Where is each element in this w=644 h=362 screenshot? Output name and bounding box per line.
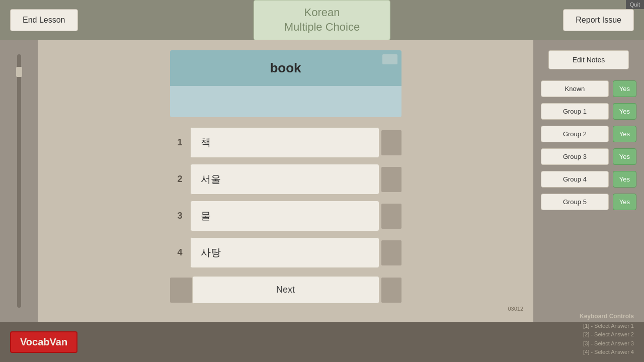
- group4-yes-button[interactable]: Yes: [613, 171, 636, 188]
- answer-number-4: 4: [170, 247, 190, 258]
- group2-label-button[interactable]: Group 2: [541, 126, 609, 142]
- answer-number-2: 2: [170, 174, 190, 185]
- keyboard-control-2: [2] - Select Answer 2: [580, 330, 634, 339]
- group4-label-button[interactable]: Group 4: [541, 171, 609, 188]
- word-card-collapse-button[interactable]: [382, 54, 397, 64]
- center-content: book 1 책 2 서울 3 물 4 사탕: [38, 40, 533, 322]
- word-card: book: [170, 50, 401, 117]
- vocabvan-logo[interactable]: VocabVan: [10, 331, 77, 353]
- group2-yes-button[interactable]: Yes: [613, 126, 636, 142]
- answer-side-2: [381, 167, 401, 192]
- keyboard-control-4: [4] - Select Answer 4: [580, 348, 634, 357]
- left-sidebar: [0, 40, 38, 322]
- main-content: book 1 책 2 서울 3 물 4 사탕: [0, 40, 644, 322]
- bottom-bar: VocabVan Keyboard Controls [1] - Select …: [0, 322, 644, 362]
- group3-label-button[interactable]: Group 3: [541, 148, 609, 165]
- answer-number-3: 3: [170, 211, 190, 221]
- group1-yes-button[interactable]: Yes: [613, 103, 636, 120]
- group1-label-button[interactable]: Group 1: [541, 103, 609, 120]
- answer-number-1: 1: [170, 137, 190, 148]
- answer-option-2: 2 서울: [170, 164, 401, 195]
- group1-row: Group 1 Yes: [541, 103, 636, 120]
- progress-indicator: [16, 67, 22, 77]
- title-container: Korean Multiple Choice: [254, 0, 390, 40]
- known-yes-button[interactable]: Yes: [613, 80, 636, 97]
- progress-bar: [17, 54, 21, 308]
- group5-row: Group 5 Yes: [541, 194, 636, 210]
- known-label-button[interactable]: Known: [541, 80, 609, 97]
- answer-option-3: 3 물: [170, 201, 401, 231]
- answer-side-3: [381, 204, 401, 229]
- right-sidebar: Edit Notes Known Yes Group 1 Yes Group 2…: [533, 40, 644, 322]
- answer-option-1: 1 책: [170, 127, 401, 158]
- keyboard-controls-title: Keyboard Controls: [580, 312, 634, 321]
- group5-label-button[interactable]: Group 5: [541, 194, 609, 210]
- quit-button[interactable]: Quit: [626, 0, 644, 9]
- group2-row: Group 2 Yes: [541, 126, 636, 142]
- group3-yes-button[interactable]: Yes: [613, 148, 636, 165]
- keyboard-controls: Keyboard Controls [1] - Select Answer 1 …: [580, 312, 634, 357]
- next-btn-right-spacer: [381, 278, 401, 303]
- word-card-body: [170, 86, 401, 117]
- edit-notes-button[interactable]: Edit Notes: [548, 50, 629, 69]
- end-lesson-button[interactable]: End Lesson: [10, 9, 78, 31]
- group4-row: Group 4 Yes: [541, 171, 636, 188]
- keyboard-control-1: [1] - Select Answer 1: [580, 322, 634, 331]
- answer-button-1[interactable]: 책: [190, 127, 379, 158]
- answer-button-3[interactable]: 물: [190, 201, 379, 231]
- next-button[interactable]: Next: [192, 276, 379, 304]
- answer-side-4: [381, 240, 401, 265]
- top-bar: End Lesson Korean Multiple Choice Report…: [0, 0, 644, 40]
- answer-option-4: 4 사탕: [170, 237, 401, 268]
- keyboard-control-3: [3] - Select Answer 3: [580, 339, 634, 348]
- group3-row: Group 3 Yes: [541, 148, 636, 165]
- group5-yes-button[interactable]: Yes: [613, 194, 636, 210]
- title-box: Korean Multiple Choice: [254, 0, 390, 40]
- answer-button-4[interactable]: 사탕: [190, 237, 379, 268]
- answer-button-2[interactable]: 서울: [190, 164, 379, 195]
- page-title: Korean Multiple Choice: [284, 6, 360, 34]
- word-card-header: book: [170, 50, 401, 86]
- answer-side-1: [381, 130, 401, 155]
- next-button-container: Next: [170, 276, 401, 304]
- report-issue-button[interactable]: Report Issue: [563, 9, 634, 31]
- word-card-word: book: [270, 60, 301, 75]
- known-row: Known Yes: [541, 80, 636, 97]
- next-btn-left-spacer: [170, 278, 192, 303]
- code-label: 03012: [508, 306, 523, 312]
